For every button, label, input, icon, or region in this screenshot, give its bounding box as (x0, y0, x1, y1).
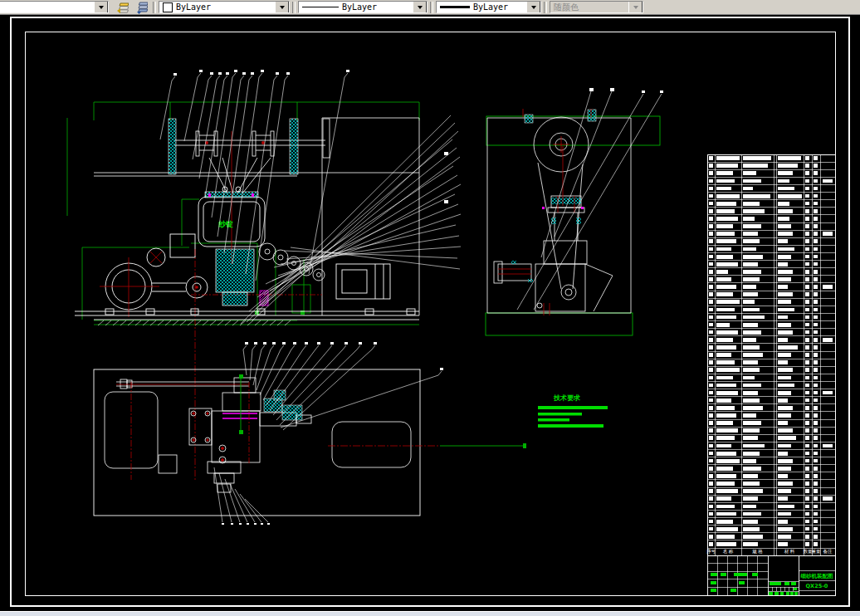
lineweight-combo-dropdown-button[interactable] (526, 1, 540, 13)
toolbar-separator (430, 2, 433, 13)
color-swatch (163, 2, 173, 12)
color-combo-value: ByLayer (176, 2, 211, 12)
make-layer-current-button[interactable] (112, 0, 131, 14)
layer-combo-value (0, 2, 94, 12)
chevron-down-icon (633, 6, 638, 9)
chevron-down-icon (99, 6, 104, 9)
status-strip (0, 611, 860, 616)
svg-text:备注: 备注 (823, 549, 833, 554)
drawing-canvas[interactable]: 纱锭 (0, 0, 860, 616)
titleblock-drawing-number: QX25-0 (806, 583, 828, 589)
chevron-down-icon (418, 6, 423, 9)
layer-combo[interactable] (0, 1, 109, 13)
linetype-sample (302, 7, 339, 7)
titleblock-drawing-name: 细纱机装配图 (800, 573, 833, 579)
svg-text:名 称: 名 称 (723, 549, 734, 554)
lineweight-combo[interactable]: ByLayer (436, 1, 541, 13)
linetype-combo[interactable]: ByLayer (298, 1, 428, 13)
color-combo-dropdown-button[interactable] (275, 1, 289, 13)
toolbar-separator (544, 2, 547, 13)
color-combo[interactable]: ByLayer (159, 1, 290, 13)
chevron-down-icon (531, 6, 536, 9)
toolbar-separator (153, 2, 156, 13)
lineweight-combo-value: ByLayer (473, 2, 508, 12)
cad-application: ByLayer ByLayer ByLayer 随颜色 (0, 0, 860, 616)
object-properties-toolbar: ByLayer ByLayer ByLayer 随颜色 (0, 0, 860, 15)
lineweight-sample (440, 6, 470, 8)
linetype-combo-value: ByLayer (342, 2, 377, 12)
plotstyle-combo-dropdown-button (628, 1, 643, 13)
layer-combo-dropdown-button[interactable] (94, 1, 108, 13)
tech-req-title: 技术要求 (553, 394, 580, 402)
svg-text:材 料: 材 料 (784, 549, 795, 555)
layers-stack-icon (134, 1, 148, 14)
linetype-combo-dropdown-button[interactable] (413, 1, 427, 13)
svg-text:重量: 重量 (812, 549, 822, 554)
layer-previous-button[interactable] (131, 0, 150, 14)
chevron-down-icon (280, 6, 285, 9)
layer-states-icon (115, 1, 129, 14)
toolbar-separator (292, 2, 296, 13)
svg-text:规 格: 规 格 (752, 549, 763, 555)
plotstyle-combo: 随颜色 (550, 1, 643, 13)
svg-text:序号: 序号 (706, 549, 716, 555)
plotstyle-combo-value: 随颜色 (550, 2, 628, 12)
